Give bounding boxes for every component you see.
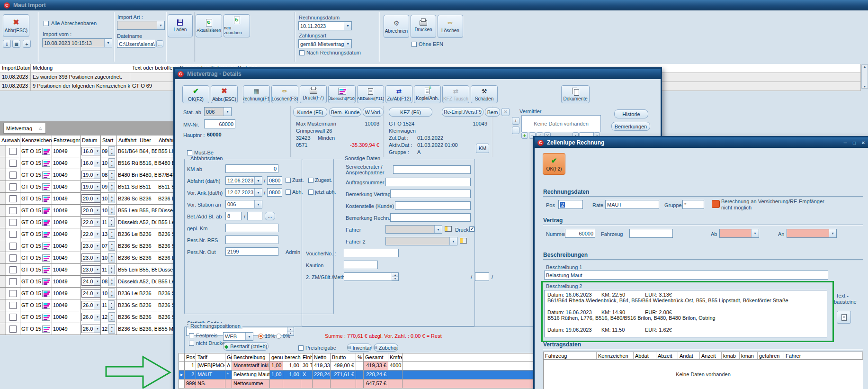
fahrzeug-input[interactable] <box>629 229 673 238</box>
start-stepper[interactable]: ▲▼ <box>108 158 115 168</box>
details-titlebar[interactable]: Mietvertrag - Details <box>175 69 661 79</box>
column-header[interactable]: Gesamt <box>364 353 388 361</box>
table-row[interactable]: GT O 15 10049 23.0▾ 11▲▼ B55 Lenn B55, B… <box>0 264 176 276</box>
loeschen-button[interactable]: Löschen <box>438 15 463 38</box>
row-checkbox[interactable] <box>9 254 17 262</box>
service-input[interactable] <box>393 165 471 174</box>
minimize-button[interactable]: ─ <box>842 140 849 145</box>
sort-triangle-icon[interactable]: △ <box>39 126 42 130</box>
maximize-button[interactable]: □ <box>851 140 858 145</box>
zm-input[interactable]: ▲▼ <box>344 272 399 281</box>
km-ab-input[interactable]: 0 <box>225 164 278 173</box>
import-from-dropdown[interactable]: 10.08.2023 10:15:13▾ <box>42 38 112 47</box>
row-checkbox[interactable] <box>9 243 17 250</box>
browse-button[interactable]: ... <box>156 40 163 47</box>
start-stepper[interactable]: ▲▼ <box>108 229 115 239</box>
table-row[interactable]: GT O 15 10049 19.0▾ 08▲▼ B480 Bril B480,… <box>0 169 176 181</box>
start-stepper[interactable]: ▲▼ <box>108 265 115 274</box>
column-header[interactable]: Einheit <box>301 353 313 361</box>
quelle-dropdown[interactable]: WEB▾ <box>223 332 253 341</box>
column-header[interactable]: Brutto <box>331 353 356 361</box>
start-stepper[interactable]: ▲▼ <box>108 324 115 334</box>
row-checkbox[interactable] <box>9 290 17 297</box>
tab-kunde[interactable]: Kunde (F5) <box>293 108 327 117</box>
voucher-input[interactable] <box>344 249 399 257</box>
date-select[interactable]: 24.0▾ <box>81 289 101 298</box>
row-checkbox[interactable] <box>9 231 17 238</box>
date-select[interactable]: 23.0▾ <box>81 253 101 262</box>
row-checkbox[interactable] <box>9 266 17 273</box>
close-button[interactable]: ✕ <box>860 140 867 145</box>
date-select[interactable]: 20.0▾ <box>81 194 101 203</box>
loeschen-button[interactable]: Löschen(F3) <box>271 85 298 103</box>
column-header[interactable]: Start <box>101 136 117 145</box>
position-row-2-selected[interactable]: ▸ 2 MAUT * Belastung Maut 1,00 1,00 X 22… <box>179 371 536 380</box>
start-stepper[interactable]: ▲▼ <box>108 312 115 322</box>
bemerkungen-button[interactable]: Bemerkungen <box>611 122 650 131</box>
row-checkbox[interactable] <box>9 172 17 179</box>
bet-add-browse-button[interactable]: ... <box>265 212 275 220</box>
table-row[interactable]: GT O 15 10049 24.0▾ 08▲▼ Düsseldo A52, D… <box>0 276 176 288</box>
column-header[interactable]: Netto <box>313 353 331 361</box>
table-row[interactable]: GT O 15 10049 26.0▾ 12▲▼ B236 Sch B236 B… <box>0 311 176 323</box>
pers-res-input[interactable] <box>225 235 278 244</box>
zuab-button[interactable]: Zu/Ab(F12) <box>385 85 412 103</box>
gruppe-input[interactable]: * <box>682 200 704 209</box>
table-row[interactable]: GT O 15 10049 16.0▾ 10▲▼ B516 Rü B516, B… <box>0 157 176 169</box>
zeilenlupe-titlebar[interactable]: Zeilenlupe Rechnung ─ □ ✕ <box>535 137 868 148</box>
start-stepper[interactable]: ▲▼ <box>108 300 115 310</box>
uebersicht-button[interactable]: Übersicht(F10) <box>328 85 356 103</box>
fahrer2-dropdown[interactable]: ▾ <box>385 237 457 245</box>
ab-dropdown[interactable]: ▾ <box>719 229 759 238</box>
dokumente-button[interactable]: Dokumente <box>561 85 590 103</box>
start-stepper[interactable]: ▲▼ <box>108 241 115 251</box>
table-row[interactable]: GT O 15 10049 20.0▾ 10▲▼ B236 Sch B236 B… <box>0 193 176 205</box>
festpreis-checkbox[interactable] <box>189 333 194 338</box>
vermittler-add-button[interactable]: + <box>512 117 519 125</box>
column-header[interactable]: Auswahl <box>0 136 20 145</box>
bet-add-input2[interactable] <box>247 212 262 220</box>
table-row[interactable]: GT O 15 10049 22.0▾ 13▲▼ B236 Ler B236 B… <box>0 228 176 240</box>
row-checkbox[interactable] <box>9 302 17 309</box>
vor-ank-time-input[interactable]: 0800 <box>267 188 282 197</box>
row-checkbox[interactable] <box>9 207 17 214</box>
vor-ank-date-dropdown[interactable]: 12.07.2023▾ <box>225 188 262 197</box>
column-header[interactable]: kman <box>740 352 758 359</box>
bem-rechn-input[interactable] <box>390 213 471 222</box>
tab-bem[interactable]: Bem <box>485 108 500 117</box>
column-header[interactable]: Fahrzeugnr <box>52 136 81 145</box>
rechnungsdatum-dropdown[interactable]: 10.11.2023▾ <box>298 21 352 30</box>
table-row[interactable]: GT O 15 10049 20.0▾ 10▲▼ B55 Lenn B55, B… <box>0 205 176 217</box>
start-stepper[interactable]: ▲▼ <box>108 146 115 156</box>
row-checkbox[interactable] <box>9 160 17 167</box>
tab-w-vorl[interactable]: W.Vorl. <box>363 108 384 117</box>
start-stepper[interactable]: ▲▼ <box>108 217 115 227</box>
rechnung-button[interactable]: Rechnung(F1) <box>243 85 270 103</box>
fahrer-dropdown[interactable]: ▾ <box>385 225 442 234</box>
tab-bem-kunde[interactable]: Bem. Kunde <box>329 108 361 117</box>
vor-station-dropdown[interactable]: 006▾ <box>225 200 262 208</box>
kopie-button[interactable]: +Kopie/Anh. <box>414 85 441 103</box>
view-grid-button[interactable]: ▩ <box>12 40 20 48</box>
zubehoer-button[interactable]: ▤Zubehör <box>374 344 398 352</box>
view-toggle-button[interactable]: ▯ <box>3 40 11 48</box>
km-button[interactable]: KM <box>476 144 489 153</box>
date-select[interactable]: 16.0▾ <box>81 159 101 167</box>
row-checkbox[interactable] <box>9 219 17 226</box>
column-header[interactable]: Beschreibung <box>232 353 270 361</box>
laden-button[interactable]: Laden <box>168 14 193 37</box>
position-row-3-sum[interactable]: 99991 NS. Nettosumme 647,57 € <box>179 380 536 389</box>
abort-button[interactable]: Abbr.(ESC) <box>211 85 238 103</box>
auftrag-input[interactable] <box>385 178 471 186</box>
date-select[interactable]: 23.0▾ <box>81 265 101 274</box>
table-row[interactable]: GT O 15 10049 19.0▾ 09▲▼ B511 Sch B511 B… <box>0 181 176 193</box>
besttarif-button[interactable]: Besttarif (ctrl+b) <box>223 342 268 351</box>
driver-card-icon[interactable] <box>445 226 452 232</box>
date-select[interactable]: 22.0▾ <box>81 218 101 226</box>
start-stepper[interactable]: ▲▼ <box>108 170 115 180</box>
schaeden-button[interactable]: Schäden <box>471 85 498 103</box>
date-select[interactable]: 16.0▾ <box>81 147 101 155</box>
tab-re-empf[interactable]: Re-Empf./Vers.F9 <box>442 108 483 117</box>
aktualisieren-button[interactable]: Aktualisieren <box>196 14 222 37</box>
ok-button[interactable]: OK(F2) <box>543 153 565 175</box>
